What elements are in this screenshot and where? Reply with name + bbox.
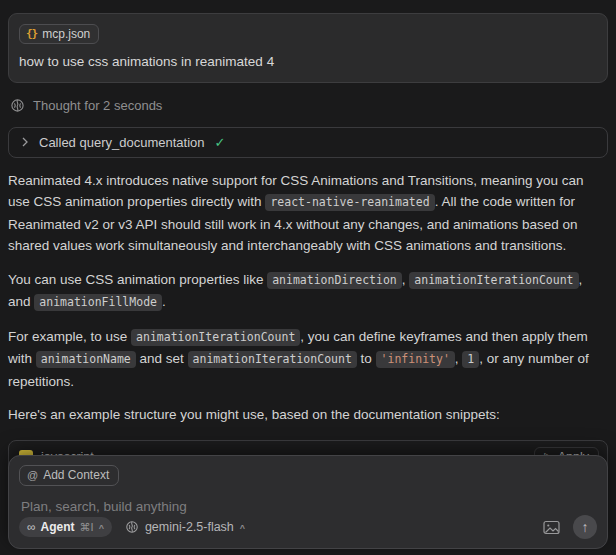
inline-code-chip: 1 (462, 351, 479, 368)
inline-code-chip: animationFillMode (34, 294, 162, 311)
inline-code-chip: animationIterationCount (131, 329, 300, 346)
model-name: gemini-2.5-flash (145, 520, 234, 534)
success-check-icon: ✓ (215, 135, 226, 150)
answer-paragraph: For example, to use animationIterationCo… (8, 326, 608, 393)
answer-paragraph: Here's an example structure you might us… (8, 404, 608, 426)
composer-toolbar: ∞ Agent ⌘I ^ gemini-2.5-flash ^ (19, 515, 597, 539)
thought-label: Thought for 2 seconds (33, 98, 162, 113)
inline-code-chip: react-native-reanimated (265, 194, 434, 211)
at-icon: @ (27, 469, 38, 481)
thought-summary[interactable]: Thought for 2 seconds (10, 98, 606, 113)
text-run: For example, to use (8, 329, 131, 344)
tool-call-row[interactable]: Called query_documentation ✓ (8, 127, 608, 158)
inline-code-chip: animationIterationCount (409, 272, 578, 289)
inline-code-chip: animationName (36, 351, 136, 368)
infinity-icon: ∞ (27, 520, 36, 534)
tool-call-label: Called query_documentation (39, 135, 205, 150)
agent-mode-label: Agent (41, 520, 75, 534)
send-button[interactable]: ↑ (573, 515, 597, 539)
text-run: to (357, 351, 376, 366)
assistant-answer: Reanimated 4.x introduces native support… (8, 170, 608, 426)
chat-panel: { "user_message": { "file_chip": { "icon… (0, 0, 616, 555)
model-selector[interactable]: gemini-2.5-flash ^ (125, 520, 245, 534)
attach-image-button[interactable] (543, 520, 560, 535)
chevron-up-icon: ^ (99, 523, 104, 533)
user-message-card[interactable]: {} mcp.json how to use css animations in… (8, 13, 608, 83)
answer-paragraph: Reanimated 4.x introduces native support… (8, 170, 608, 257)
prompt-input[interactable]: Plan, search, build anything (21, 499, 597, 514)
inline-code-chip: animationDirection (267, 272, 402, 289)
agent-mode-selector[interactable]: ∞ Agent ⌘I ^ (19, 517, 112, 537)
text-run: Here's an example structure you might us… (8, 407, 500, 422)
chevron-right-icon (21, 137, 29, 147)
inline-code-chip: 'infinity' (376, 351, 455, 368)
add-context-button[interactable]: @ Add Context (19, 465, 119, 486)
brain-icon (10, 98, 25, 113)
model-brain-icon (125, 520, 139, 534)
inline-code-chip: animationIterationCount (188, 351, 357, 368)
text-run: . (162, 294, 166, 309)
agent-shortcut: ⌘I (80, 521, 94, 534)
chevron-up-icon: ^ (240, 523, 245, 533)
add-context-label: Add Context (43, 468, 109, 482)
context-file-chip[interactable]: {} mcp.json (19, 24, 99, 44)
text-run: and set (136, 351, 188, 366)
context-file-name: mcp.json (42, 27, 90, 41)
user-message-text: how to use css animations in reanimated … (19, 54, 597, 69)
text-run: You can use CSS animation properties lik… (8, 272, 267, 287)
answer-paragraph: You can use CSS animation properties lik… (8, 269, 608, 314)
composer[interactable]: @ Add Context Plan, search, build anythi… (8, 455, 608, 549)
json-file-icon: {} (26, 27, 37, 40)
arrow-up-icon: ↑ (582, 519, 589, 535)
